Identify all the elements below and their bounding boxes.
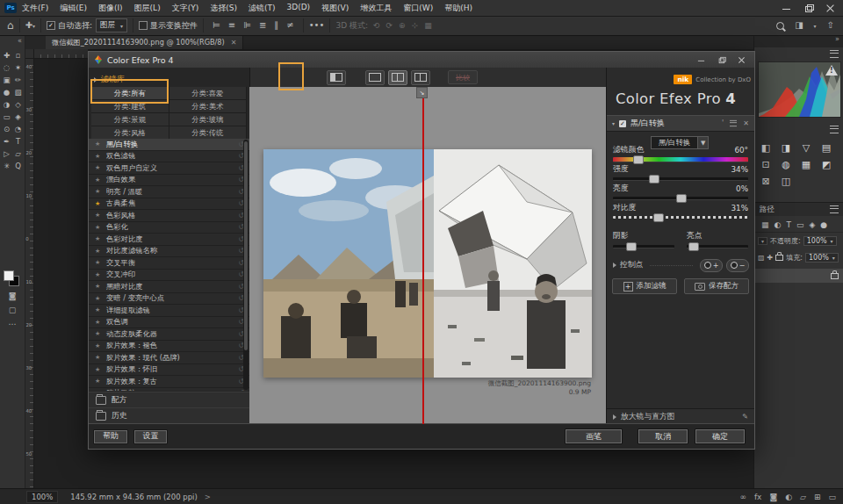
favorite-star-icon[interactable]: ★ [95,354,102,361]
filter-list-item[interactable]: ★色彩化↺ [89,222,249,234]
filter-reset-icon[interactable]: ↺ [238,389,244,391]
workspace-switcher-icon[interactable]: ◨ [795,21,803,30]
filter-list-item[interactable]: ★动态皮肤柔化器↺ [89,328,249,341]
lock-all-icon[interactable] [775,255,783,261]
brush-tool-icon[interactable]: ▧ [12,86,24,98]
category-button[interactable]: 分类:美术 [169,100,248,113]
shortcut-icon[interactable]: ' [722,119,724,127]
slider-handle[interactable] [676,194,687,203]
dialog-minimize-icon[interactable] [698,56,704,62]
auto-select-target-dropdown[interactable]: 图层 ▾ [96,18,127,32]
share-icon[interactable]: ⇧ [827,21,834,30]
favorite-star-icon[interactable]: ★ [95,259,102,266]
eraser-tool-icon[interactable]: ▭ [1,111,12,123]
background-layer-row[interactable] [754,269,843,283]
category-button[interactable]: 分类:传统 [169,126,248,140]
restore-icon[interactable] [804,4,812,12]
slider-track[interactable] [613,177,748,181]
eyedropper-tool-icon[interactable]: ✏ [12,74,24,86]
favorite-star-icon[interactable]: ★ [95,235,102,242]
align-left-icon[interactable]: ⊨ [213,21,220,30]
link-layers-icon[interactable]: ∞ [739,493,746,501]
slider-handle[interactable] [626,242,637,251]
slider-handle[interactable] [633,155,644,164]
dock-collapse-icon[interactable]: » [754,35,843,47]
show-transform-checkbox[interactable]: ✓ [139,21,148,30]
menu-item[interactable]: 文件(F) [22,3,48,14]
history-brush-tool-icon[interactable]: ◇ [12,98,24,111]
dialog-close-icon[interactable] [739,56,745,62]
shape-tool-icon[interactable]: ▱ [12,148,24,160]
favorite-star-icon[interactable]: ★ [95,212,102,219]
split-handle-icon[interactable]: ↘ [416,87,428,98]
filter-list-item[interactable]: ★胶片效果：怀旧↺ [89,364,249,377]
category-button[interactable]: 分类:玻璃 [169,113,248,126]
settings-button[interactable]: 设置 [133,429,169,444]
filter-list-scrollbar[interactable] [243,140,249,390]
add-control-point-button[interactable]: + [700,259,723,272]
new-layer-icon[interactable]: ⊞ [814,493,821,501]
filter-list-item[interactable]: ★胶片效果：复古↺ [89,376,249,388]
compare-button[interactable]: 比较 [448,70,478,84]
slider-handle[interactable] [688,242,699,251]
zoom-tool-icon[interactable]: Q [12,160,24,172]
menu-item[interactable]: 文字(Y) [172,3,199,14]
cancel-button[interactable]: 取消 [638,428,688,444]
category-button[interactable]: 分类:景观 [91,113,169,126]
tool-preset-chevron-icon[interactable]: ▾ [32,23,35,29]
filter-list-item[interactable]: ★对比度滤镜名称↺ [89,246,249,258]
favorite-star-icon[interactable]: ★ [95,319,102,326]
filter-list-item[interactable]: ★双色滤镜↺ [89,151,249,163]
fill-dropdown[interactable]: 100% ▾ [805,253,839,263]
path-select-tool-icon[interactable]: ▷ [1,148,12,160]
move-tool-icon[interactable]: ✚ [1,49,12,61]
filter-list-item[interactable]: ★双色调↺ [89,317,249,329]
category-button[interactable]: 分类:喜爱 [169,87,248,100]
favorite-star-icon[interactable]: ★ [95,330,102,337]
filter-list-item[interactable]: ★交叉冲印↺ [89,270,249,282]
menu-item[interactable]: 窗口(W) [403,3,433,14]
favorite-star-icon[interactable]: ★ [95,295,102,302]
control-points-triangle-icon[interactable] [613,263,616,268]
favorite-star-icon[interactable]: ★ [95,224,102,231]
scrollbar-thumb[interactable] [244,141,248,350]
dialog-title-bar[interactable]: Color Efex Pro 4 [89,52,754,68]
export-view-icon[interactable] [327,70,346,85]
favorite-star-icon[interactable]: ★ [95,176,102,184]
panel-menu-icon[interactable] [830,205,839,213]
crop-tool-icon[interactable]: ▣ [1,74,12,86]
toolbar-collapse-icon[interactable]: « [18,37,22,45]
align-top-icon[interactable]: ∥ [274,21,278,30]
black-white-icon[interactable]: ◩ [820,159,832,170]
search-icon[interactable] [776,22,784,30]
favorite-star-icon[interactable]: ★ [95,140,102,148]
menu-item[interactable]: 选择(S) [210,3,237,14]
menu-item[interactable]: 3D(D) [286,3,310,14]
filter-list-item[interactable]: ★胶片微粒↺ [89,388,249,392]
levels-icon[interactable]: ◨ [780,142,792,154]
filter-shape-icon[interactable]: ▭ [796,220,804,229]
move-tool-preset-icon[interactable]: ✚ [25,21,32,30]
close-icon[interactable] [826,4,834,12]
screen-mode-icon[interactable]: ▢ [9,306,17,314]
healing-tool-icon[interactable]: ● [1,86,12,98]
brush-button[interactable]: 画笔 [565,428,623,444]
layer-mask-icon[interactable]: ◙ [769,493,777,501]
favorite-star-icon[interactable]: ★ [95,153,102,160]
panel-menu-icon[interactable] [830,50,839,58]
foreground-color-swatch[interactable] [4,270,14,281]
blur-tool-icon[interactable]: ⊙ [1,123,12,135]
filter-list-item[interactable]: ★色彩对比度↺ [89,234,249,246]
opacity-dropdown[interactable]: 100% ▾ [803,236,837,246]
favorite-star-icon[interactable]: ★ [95,390,102,391]
color-balance-icon[interactable]: ▦ [800,159,812,170]
filter-list-item[interactable]: ★黑/白转换↺ [89,139,249,151]
filter-adjustment-icon[interactable]: ◐ [775,220,782,229]
filter-list-item[interactable]: ★交叉平衡↺ [89,257,249,270]
layer-style-icon[interactable]: fx [754,493,762,501]
add-filter-button[interactable]: + 添加滤镜 [612,278,677,294]
filter-close-icon[interactable]: ✕ [743,119,749,127]
filter-menu-icon[interactable] [730,120,737,126]
filter-type-icon[interactable]: T [786,220,791,229]
status-chevron-icon[interactable]: > [205,493,211,501]
